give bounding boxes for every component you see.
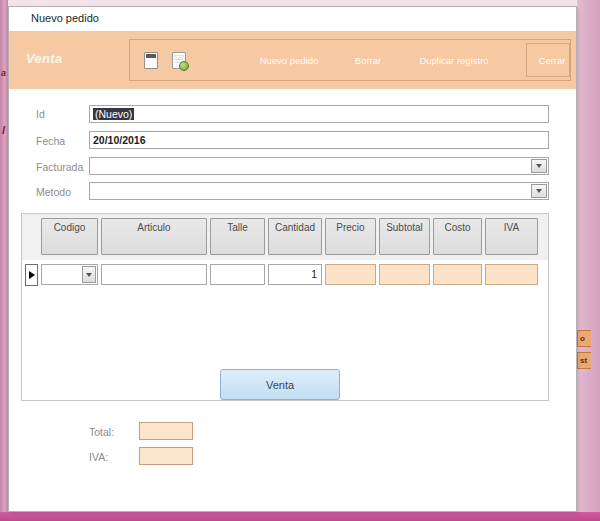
facturada-combobox[interactable]	[89, 157, 549, 175]
column-header-subtotal[interactable]: Subtotal	[379, 218, 430, 255]
cantidad-value: 1	[311, 268, 317, 280]
facturada-dropdown-button[interactable]	[531, 159, 547, 173]
new-record-icon[interactable]	[172, 52, 186, 69]
chevron-down-icon	[536, 164, 542, 168]
background-text-fragment: a	[1, 68, 6, 78]
precio-cell[interactable]	[325, 264, 376, 285]
window-title: Nuevo pedido	[31, 12, 99, 24]
chevron-down-icon	[86, 273, 92, 277]
column-header-codigo[interactable]: Codigo	[41, 218, 98, 255]
column-header-costo[interactable]: Costo	[433, 218, 482, 255]
cantidad-cell[interactable]: 1	[268, 264, 322, 285]
header-toolbar: Nuevo pedido Borrar Duplicar registro Ce…	[129, 39, 571, 81]
column-header-precio[interactable]: Precio	[325, 218, 376, 255]
venta-button[interactable]: Venta	[220, 369, 340, 400]
total-field[interactable]	[139, 422, 193, 440]
metodo-label: Metodo	[36, 186, 71, 198]
cerrar-button[interactable]: Cerrar	[539, 40, 566, 80]
background-text-fragment: l	[2, 124, 5, 136]
column-header-articulo[interactable]: Articulo	[101, 218, 207, 255]
iva-cell[interactable]	[485, 264, 538, 285]
nuevo-pedido-button[interactable]: Nuevo pedido	[260, 40, 319, 80]
column-header-talle[interactable]: Talle	[210, 218, 265, 255]
table-row: 1	[25, 264, 538, 286]
background-left-strip: a l	[0, 0, 8, 521]
grid-header-row: Codigo Articulo Talle Cantidad Precio Su…	[41, 218, 538, 255]
iva-field[interactable]	[139, 447, 193, 465]
record-selector[interactable]	[25, 264, 38, 286]
background-button-fragment: o	[577, 330, 591, 347]
costo-cell[interactable]	[433, 264, 482, 285]
subtotal-cell[interactable]	[379, 264, 430, 285]
fecha-field[interactable]: 20/10/2016	[89, 131, 549, 149]
background-button-fragment: st	[577, 352, 591, 369]
id-label: Id	[36, 108, 45, 120]
chevron-down-icon	[536, 189, 542, 193]
borrar-button[interactable]: Borrar	[355, 40, 381, 80]
column-header-cantidad[interactable]: Cantidad	[268, 218, 322, 255]
nuevo-pedido-window: Nuevo pedido Venta Nuevo pedido Borrar D…	[8, 6, 577, 512]
codigo-dropdown-button[interactable]	[82, 266, 96, 283]
window-titlebar[interactable]: Nuevo pedido	[9, 7, 576, 31]
fecha-label: Fecha	[36, 135, 65, 147]
form-title: Venta	[26, 51, 62, 66]
id-selected-text: (Nuevo)	[93, 108, 134, 120]
report-icon[interactable]	[144, 52, 158, 69]
iva-label: IVA:	[89, 451, 108, 463]
id-field[interactable]: (Nuevo)	[89, 105, 549, 123]
talle-cell[interactable]	[210, 264, 265, 285]
record-arrow-icon	[29, 271, 35, 279]
form-header-band: Venta Nuevo pedido Borrar Duplicar regis…	[9, 31, 576, 89]
background-bottom-strip	[0, 512, 600, 521]
metodo-combobox[interactable]	[89, 182, 549, 200]
codigo-cell-combobox[interactable]	[41, 264, 98, 285]
facturada-label: Facturada	[36, 161, 83, 173]
order-lines-subform: Codigo Articulo Talle Cantidad Precio Su…	[21, 213, 549, 401]
column-header-iva[interactable]: IVA	[485, 218, 538, 255]
metodo-dropdown-button[interactable]	[531, 184, 547, 198]
total-label: Total:	[89, 426, 114, 438]
duplicar-registro-button[interactable]: Duplicar registro	[419, 40, 488, 80]
screen: a l o st Nuevo pedido Venta Nuevo pedido…	[0, 0, 600, 521]
articulo-cell[interactable]	[101, 264, 207, 285]
fecha-value: 20/10/2016	[93, 134, 146, 146]
background-right-strip: o st	[577, 0, 600, 521]
